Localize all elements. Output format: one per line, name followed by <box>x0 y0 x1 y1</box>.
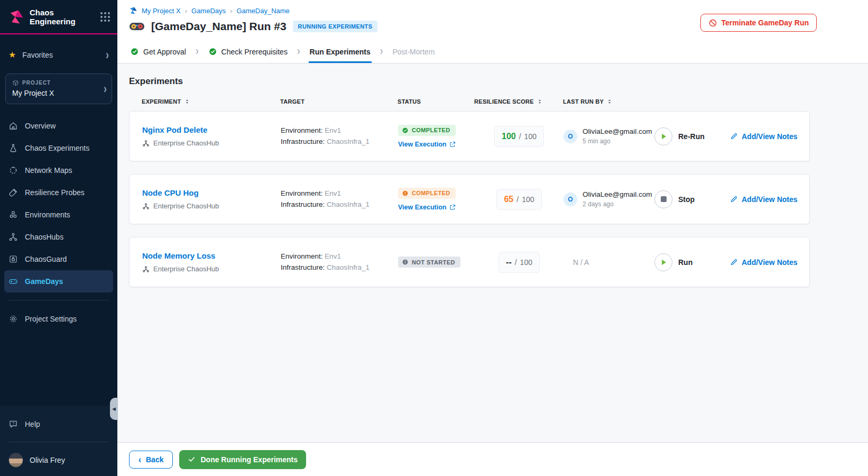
breadcrumb-link-project[interactable]: My Project X <box>142 7 181 15</box>
step-get-approval[interactable]: Get Approval <box>129 40 187 63</box>
sidebar-item-chaoshubs[interactable]: ChaosHubs <box>0 226 117 248</box>
step-run-experiments[interactable]: Run Experiments <box>309 40 372 63</box>
column-label: EXPERIMENT <box>142 98 181 105</box>
sidebar-collapse-handle[interactable]: ◀ <box>110 398 118 420</box>
last-run-cell: N / A <box>564 258 654 267</box>
sidebar-item-chaos-experiments[interactable]: Chaos Experiments <box>0 137 117 159</box>
last-run-na: N / A <box>573 258 589 267</box>
sidebar-item-favorites[interactable]: ★ Favorites › <box>0 47 117 63</box>
step-check-prerequisites[interactable]: Check Prerequisites <box>207 40 289 63</box>
column-header-last-run-by[interactable]: LAST RUN BY <box>563 98 654 105</box>
back-button[interactable]: ‹ Back <box>129 451 173 469</box>
view-execution-label: View Execution <box>398 204 446 211</box>
app-window: Chaos Engineering ★ Favorites › PROJECT … <box>0 0 868 476</box>
score-slash: / <box>519 132 521 141</box>
done-label: Done Running Experiments <box>200 455 298 464</box>
last-run-email: OliviaLee@gmail.com <box>583 127 652 135</box>
resilience-score: -- / 100 <box>498 252 540 273</box>
view-execution-link[interactable]: View Execution <box>398 141 475 148</box>
sidebar-divider <box>8 300 109 300</box>
breadcrumb-link-gameday-name[interactable]: GameDay_Name <box>236 7 289 15</box>
target-cell: Environment: Env1 Infrastructure: ChaosI… <box>281 251 398 273</box>
sort-icon[interactable] <box>184 98 190 105</box>
chaoshub-icon <box>142 203 150 210</box>
alert-circle-icon <box>402 259 409 266</box>
chaoshub-icon <box>8 232 18 242</box>
sidebar-divider <box>8 442 109 442</box>
resilience-score: 65 / 100 <box>496 189 541 210</box>
status-text: NOT STARTED <box>412 259 455 266</box>
sidebar-item-overview[interactable]: Overview <box>0 115 117 137</box>
sidebar-item-label: ChaosGuard <box>25 255 67 263</box>
step-label: Get Approval <box>143 48 186 56</box>
help-chat-icon: ? <box>8 419 18 429</box>
hub-line: Enterprise ChaosHub <box>142 139 281 147</box>
sidebar-item-network-maps[interactable]: Network Maps <box>0 159 117 181</box>
score-value: 100 <box>502 132 516 141</box>
column-label: RESILIENCE SCORE <box>474 98 534 105</box>
experiment-link[interactable]: Node Memory Loss <box>142 251 215 260</box>
sidebar-item-environments[interactable]: Environments <box>0 204 117 226</box>
view-execution-link[interactable]: View Execution <box>398 204 475 211</box>
module-switcher-icon[interactable] <box>100 12 110 22</box>
status-cell: COMPLETED View Execution <box>398 125 475 148</box>
add-view-notes-link[interactable]: Add/View Notes <box>730 195 809 204</box>
view-execution-label: View Execution <box>398 141 446 148</box>
sidebar-item-project-settings[interactable]: Project Settings <box>0 308 117 330</box>
sidebar-item-chaosguard[interactable]: ChaosGuard <box>0 248 117 270</box>
back-label: Back <box>146 455 163 464</box>
pencil-icon <box>730 258 738 266</box>
pencil-icon <box>730 195 738 203</box>
chaos-module-icon <box>129 6 137 15</box>
user-menu[interactable]: Olivia Frey <box>0 448 117 468</box>
run-button[interactable] <box>654 253 672 271</box>
status-cell: COMPLETED View Execution <box>398 188 475 211</box>
last-run-cell: O OliviaLee@gmail.com 5 min ago <box>564 127 654 145</box>
user-name: Olivia Frey <box>30 456 65 464</box>
hub-name: Enterprise ChaosHub <box>153 139 219 147</box>
last-run-email: OliviaLee@gmail.com <box>583 190 652 198</box>
experiment-link[interactable]: Nginx Pod Delete <box>142 125 207 134</box>
project-selector-label: PROJECT <box>12 79 98 86</box>
table-row: Node CPU Hog Enterprise ChaosHub Environ… <box>129 174 810 224</box>
network-map-icon <box>8 166 18 175</box>
module-title-line2: Engineering <box>30 17 76 26</box>
add-view-notes-link[interactable]: Add/View Notes <box>730 258 809 267</box>
breadcrumb-link-gamedays[interactable]: GameDays <box>191 7 226 15</box>
sidebar-item-resilience-probes[interactable]: Resilience Probes <box>0 181 117 204</box>
score-slash: / <box>516 195 519 204</box>
footer-bar: ‹ Back Done Running Experiments <box>117 442 868 476</box>
score-value: -- <box>506 258 512 267</box>
target-cell: Environment: Env1 Infrastructure: ChaosI… <box>281 125 398 148</box>
score-max: 100 <box>522 195 534 204</box>
avatar: O <box>564 193 577 206</box>
sort-icon[interactable] <box>606 98 613 105</box>
lock-icon <box>8 254 18 264</box>
hub-line: Enterprise ChaosHub <box>142 265 281 273</box>
sidebar-item-label: Environments <box>25 210 70 219</box>
table-row: Nginx Pod Delete Enterprise ChaosHub Env… <box>129 111 810 161</box>
rerun-button[interactable] <box>654 127 672 145</box>
sort-icon[interactable] <box>537 98 543 105</box>
step-post-mortem[interactable]: Post-Mortem <box>391 40 436 63</box>
external-link-icon <box>449 141 456 148</box>
infrastructure-label: Infrastructure: <box>281 200 325 208</box>
resilience-score: 100 / 100 <box>494 126 544 147</box>
done-running-experiments-button[interactable]: Done Running Experiments <box>179 450 306 469</box>
notes-label: Add/View Notes <box>742 195 798 204</box>
experiment-link[interactable]: Node CPU Hog <box>142 188 199 197</box>
stop-button[interactable] <box>654 190 672 208</box>
sidebar-item-help[interactable]: ? Help <box>0 413 117 435</box>
column-header-resilience-score[interactable]: RESILIENCE SCORE <box>474 98 563 105</box>
terminate-gameday-button[interactable]: Terminate GameDay Run <box>700 14 817 32</box>
gamepad-emoji-icon <box>129 21 145 32</box>
sidebar-item-gamedays[interactable]: GameDays <box>4 270 113 292</box>
action-cell: Re-Run <box>654 127 730 145</box>
environment-label: Environment: <box>281 189 323 197</box>
column-header-experiment[interactable]: EXPERIMENT <box>142 98 280 105</box>
infrastructure-value: ChaosInfra_1 <box>327 200 370 208</box>
project-selector[interactable]: PROJECT My Project X › <box>5 74 112 104</box>
target-cell: Environment: Env1 Infrastructure: ChaosI… <box>281 188 398 210</box>
chevron-right-icon: › <box>104 83 107 95</box>
add-view-notes-link[interactable]: Add/View Notes <box>730 132 809 141</box>
